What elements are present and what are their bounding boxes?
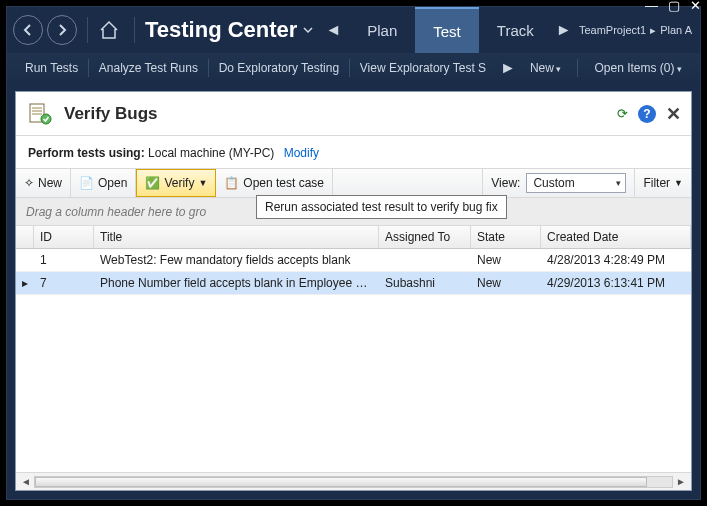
close-panel-button[interactable]: ✕ — [666, 103, 681, 125]
col-assigned-to[interactable]: Assigned To — [379, 226, 471, 248]
grid-row[interactable]: 1 WebTest2: Few mandatory fields accepts… — [16, 249, 691, 272]
title-bar: Testing Center ◄ Plan Test Track ► TeamP… — [7, 7, 700, 53]
chevron-down-icon: ▼ — [198, 178, 207, 188]
sub-do-exploratory[interactable]: Do Exploratory Testing — [209, 61, 350, 75]
horizontal-scrollbar[interactable]: ◄ ► — [16, 472, 691, 490]
context-label: Perform tests using: — [28, 146, 145, 160]
tabs-scroll-left[interactable]: ◄ — [321, 21, 345, 39]
grid-row[interactable]: ▸ 7 Phone Number field accepts blank in … — [16, 272, 691, 295]
col-id[interactable]: ID — [34, 226, 94, 248]
tab-plan[interactable]: Plan — [349, 7, 415, 53]
modify-link[interactable]: Modify — [284, 146, 319, 160]
new-button[interactable]: ✧ New — [16, 169, 71, 197]
chevron-right-icon: ▸ — [650, 24, 656, 37]
scroll-right-icon[interactable]: ► — [673, 476, 689, 487]
home-button[interactable] — [94, 15, 124, 45]
scroll-left-icon[interactable]: ◄ — [18, 476, 34, 487]
row-marker-icon: ▸ — [16, 272, 34, 294]
sub-view-exploratory-sessions[interactable]: View Exploratory Test S — [350, 61, 496, 75]
context-value: Local machine (MY-PC) — [148, 146, 274, 160]
view-group: View: Custom — [482, 169, 634, 197]
tab-test[interactable]: Test — [415, 7, 479, 53]
filter-button[interactable]: Filter ▼ — [634, 169, 691, 197]
open-icon: 📄 — [79, 176, 94, 190]
app-shell: — ▢ ✕ Testing Center ◄ Plan Test Track ►… — [6, 6, 701, 500]
breadcrumb[interactable]: TeamProject1 ▸ Plan A — [579, 24, 692, 37]
breadcrumb-plan: Plan A — [660, 24, 692, 36]
col-marker[interactable] — [16, 226, 34, 248]
group-by-header[interactable]: Drag a column header here to gro Rerun a… — [16, 198, 691, 226]
view-label: View: — [491, 176, 520, 190]
forward-button[interactable] — [47, 15, 77, 45]
scroll-thumb[interactable] — [35, 477, 647, 487]
col-created-date[interactable]: Created Date — [541, 226, 691, 248]
bugs-grid: ID Title Assigned To State Created Date … — [16, 226, 691, 490]
verify-bugs-icon — [26, 100, 54, 128]
verify-icon: ✅ — [145, 176, 160, 190]
chevron-down-icon: ▼ — [674, 178, 683, 188]
open-items-dropdown[interactable]: Open Items (0) — [584, 61, 692, 75]
help-button[interactable]: ? — [638, 105, 656, 123]
refresh-button[interactable]: ⟳ — [617, 106, 628, 121]
tabs-scroll-right[interactable]: ► — [552, 21, 576, 39]
col-state[interactable]: State — [471, 226, 541, 248]
separator — [134, 17, 135, 43]
subbar-scroll-right[interactable]: ► — [496, 59, 520, 77]
context-line: Perform tests using: Local machine (MY-P… — [16, 136, 691, 168]
panel-header: Verify Bugs ⟳ ? ✕ — [16, 92, 691, 136]
grid-header: ID Title Assigned To State Created Date — [16, 226, 691, 249]
view-select[interactable]: Custom — [526, 173, 626, 193]
verify-button[interactable]: ✅ Verify ▼ — [136, 169, 216, 197]
app-title: Testing Center — [145, 17, 297, 43]
main-tabs: Plan Test Track — [349, 7, 552, 53]
sub-nav-bar: Run Tests Analyze Test Runs Do Explorato… — [7, 53, 700, 83]
sub-analyze-test-runs[interactable]: Analyze Test Runs — [89, 61, 208, 75]
breadcrumb-project: TeamProject1 — [579, 24, 646, 36]
new-dropdown[interactable]: New — [520, 61, 572, 75]
content-panel: Verify Bugs ⟳ ? ✕ Perform tests using: L… — [15, 91, 692, 491]
toolbar: ✧ New 📄 Open ✅ Verify ▼ 📋 Open test case… — [16, 168, 691, 198]
panel-title: Verify Bugs — [64, 104, 158, 124]
separator — [87, 17, 88, 43]
open-test-case-button[interactable]: 📋 Open test case — [216, 169, 333, 197]
title-dropdown[interactable] — [303, 25, 313, 35]
test-case-icon: 📋 — [224, 176, 239, 190]
new-icon: ✧ — [24, 176, 34, 190]
svg-point-1 — [41, 114, 51, 124]
sub-run-tests[interactable]: Run Tests — [15, 61, 88, 75]
open-button[interactable]: 📄 Open — [71, 169, 136, 197]
tab-track[interactable]: Track — [479, 7, 552, 53]
back-button[interactable] — [13, 15, 43, 45]
col-title[interactable]: Title — [94, 226, 379, 248]
verify-tooltip: Rerun associated test result to verify b… — [256, 195, 507, 219]
grid-body: 1 WebTest2: Few mandatory fields accepts… — [16, 249, 691, 472]
